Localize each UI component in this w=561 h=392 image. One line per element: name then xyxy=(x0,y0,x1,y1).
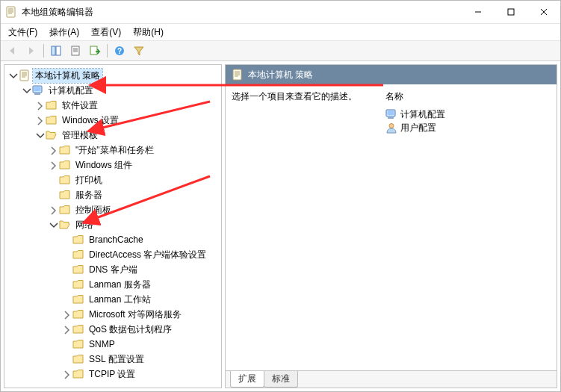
expander-spacer xyxy=(61,339,72,349)
tab-extended[interactable]: 扩展 xyxy=(230,371,264,388)
folder-icon xyxy=(46,114,58,126)
svg-text:?: ? xyxy=(117,47,122,55)
folder-icon xyxy=(72,293,84,305)
list-item[interactable]: 计算机配置 xyxy=(385,108,552,121)
back-button[interactable] xyxy=(2,42,22,60)
menu-view[interactable]: 查看(V) xyxy=(85,24,127,40)
menu-help[interactable]: 帮助(H) xyxy=(127,24,170,40)
tree-label: 服务器 xyxy=(73,188,105,202)
show-hide-tree-button[interactable] xyxy=(46,42,66,60)
expand-toggle[interactable] xyxy=(34,115,45,125)
tree-windows-settings[interactable]: Windows 设置 xyxy=(34,113,221,128)
expand-toggle[interactable] xyxy=(61,369,72,379)
list-view[interactable]: 名称 计算机配置 用户配置 xyxy=(381,90,557,370)
tree-label: Lanman 工作站 xyxy=(87,293,153,307)
toolbar-separator xyxy=(43,44,44,57)
tree-directaccess[interactable]: DirectAccess 客户端体验设置 xyxy=(61,247,221,262)
expand-toggle[interactable] xyxy=(21,85,31,96)
help-button[interactable]: ? xyxy=(110,42,129,60)
expand-toggle[interactable] xyxy=(34,130,45,140)
details-header: 本地计算机 策略 xyxy=(226,65,557,84)
tree-control-panel[interactable]: 控制面板 xyxy=(48,202,221,217)
export-list-button[interactable] xyxy=(85,42,105,60)
titlebar: 本地组策略编辑器 xyxy=(1,1,560,24)
expander-spacer xyxy=(61,354,72,364)
close-button[interactable] xyxy=(527,1,560,23)
list-item-label: 计算机配置 xyxy=(400,108,445,121)
expand-toggle[interactable] xyxy=(48,160,58,170)
tree-windows-components[interactable]: Windows 组件 xyxy=(48,158,221,172)
tree-start-menu-taskbar[interactable]: "开始"菜单和任务栏 xyxy=(48,143,221,158)
tree-printers[interactable]: 打印机 xyxy=(48,172,221,187)
tree-label: 软件设置 xyxy=(60,99,100,113)
folder-icon xyxy=(59,174,71,186)
list-column-name[interactable]: 名称 xyxy=(385,90,552,103)
tree-label: DirectAccess 客户端体验设置 xyxy=(87,248,208,262)
tree-branchcache[interactable]: BranchCache xyxy=(61,232,221,247)
tree-pane[interactable]: 本地计算机 策略 计算机配置 软件设置 xyxy=(4,64,222,388)
tab-standard[interactable]: 标准 xyxy=(264,371,298,388)
tree-lanman-workstation[interactable]: Lanman 工作站 xyxy=(61,292,221,307)
folder-icon xyxy=(72,234,84,246)
expander-spacer xyxy=(61,249,72,260)
tree-root[interactable]: 本地计算机 策略 xyxy=(7,68,221,83)
expand-toggle[interactable] xyxy=(7,70,18,81)
details-tabs: 扩展 标准 xyxy=(226,370,557,388)
folder-icon xyxy=(72,279,84,290)
list-item[interactable]: 用户配置 xyxy=(385,121,552,134)
folder-icon xyxy=(72,323,84,335)
tree-root-label: 本地计算机 策略 xyxy=(33,69,102,83)
details-hint: 选择一个项目来查看它的描述。 xyxy=(232,90,381,103)
policy-icon xyxy=(19,69,31,81)
svg-rect-19 xyxy=(90,46,97,55)
svg-rect-14 xyxy=(56,46,61,55)
computer-icon xyxy=(385,108,397,120)
expand-toggle[interactable] xyxy=(48,145,58,155)
expander-spacer xyxy=(61,264,72,275)
tree-label: TCPIP 设置 xyxy=(87,367,137,382)
tree-ms-p2p[interactable]: Microsoft 对等网络服务 xyxy=(61,307,221,322)
tree-servers[interactable]: 服务器 xyxy=(48,187,221,202)
tab-label: 标准 xyxy=(272,373,290,384)
menu-file[interactable]: 文件(F) xyxy=(2,24,43,40)
tree-software-settings[interactable]: 软件设置 xyxy=(34,98,221,113)
tree-lanman-server[interactable]: Lanman 服务器 xyxy=(61,277,221,292)
tree-network[interactable]: 网络 xyxy=(48,217,221,232)
expand-toggle[interactable] xyxy=(34,100,45,111)
window-title: 本地组策略编辑器 xyxy=(22,6,462,19)
tree-tcpip[interactable]: TCPIP 设置 xyxy=(61,367,221,382)
tree-qos[interactable]: QoS 数据包计划程序 xyxy=(61,322,221,337)
forward-button[interactable] xyxy=(22,42,41,60)
menu-help-label: 帮助(H) xyxy=(133,26,164,39)
expand-toggle[interactable] xyxy=(61,309,72,320)
tree-snmp[interactable]: SNMP xyxy=(61,337,221,352)
list-item-label: 用户配置 xyxy=(400,122,436,134)
computer-icon xyxy=(32,84,44,96)
maximize-button[interactable] xyxy=(495,1,527,23)
expander-spacer xyxy=(61,279,72,290)
tree-dns-client[interactable]: DNS 客户端 xyxy=(61,262,221,277)
menu-view-label: 查看(V) xyxy=(91,26,121,39)
tree-label: Windows 设置 xyxy=(60,113,121,128)
folder-icon xyxy=(72,308,84,320)
folder-icon xyxy=(59,204,71,216)
tree-label: 网络 xyxy=(73,218,96,232)
folder-icon xyxy=(59,189,71,201)
expander-spacer xyxy=(48,175,58,185)
expand-toggle[interactable] xyxy=(48,205,58,215)
properties-button[interactable] xyxy=(66,42,85,60)
tree-admin-templates[interactable]: 管理模板 xyxy=(34,128,221,143)
menu-action[interactable]: 操作(A) xyxy=(43,24,85,40)
tree-computer-config[interactable]: 计算机配置 xyxy=(21,83,221,98)
expand-toggle[interactable] xyxy=(48,220,58,230)
tree-label: Windows 组件 xyxy=(73,158,134,172)
minimize-button[interactable] xyxy=(462,1,495,23)
folder-icon xyxy=(72,368,84,380)
expander-spacer xyxy=(61,294,72,305)
filter-button[interactable] xyxy=(129,42,149,60)
expand-toggle[interactable] xyxy=(61,324,72,335)
menu-file-label: 文件(F) xyxy=(8,26,37,39)
tree-label: BranchCache xyxy=(87,234,146,246)
tree-ssl-config[interactable]: SSL 配置设置 xyxy=(61,352,221,367)
tree-label: DNS 客户端 xyxy=(87,263,140,277)
